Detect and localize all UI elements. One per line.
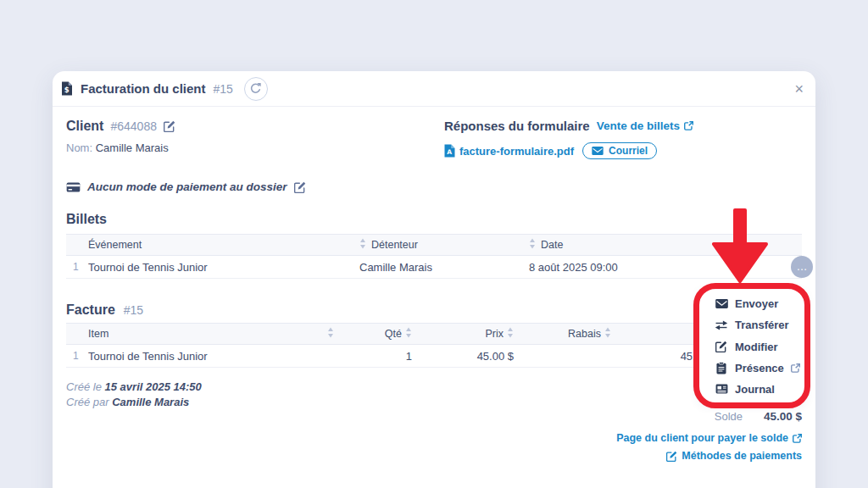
menu-item-transferer[interactable]: Transférer xyxy=(698,314,805,336)
envelope-icon xyxy=(715,299,728,308)
invoice-price: 45.00 $ xyxy=(412,350,514,363)
created-at-label: Créé le xyxy=(66,380,102,393)
payment-methods-link-label: Méthodes de paiements xyxy=(682,450,802,462)
menu-item-label: Journal xyxy=(735,383,775,396)
invoice-icon: $ xyxy=(61,81,73,96)
edit-payment-button[interactable] xyxy=(294,181,306,193)
payment-methods-link[interactable]: Méthodes de paiements xyxy=(616,450,802,462)
external-link-icon xyxy=(684,121,693,130)
edit-icon xyxy=(666,451,677,462)
external-link-icon xyxy=(793,434,802,443)
facture-heading: Facture xyxy=(66,302,115,318)
menu-item-modifier[interactable]: Modifier xyxy=(698,336,805,357)
column-label: Item xyxy=(88,328,108,340)
modal-title: Facturation du client xyxy=(81,81,206,96)
column-header-item[interactable]: Item xyxy=(88,327,344,341)
pdf-file-link[interactable]: A facture-formulaire.pdf xyxy=(444,144,574,158)
column-label: Prix xyxy=(485,328,504,340)
column-header-evenement[interactable]: Événement xyxy=(88,239,359,251)
column-header-date[interactable]: Date xyxy=(529,238,802,252)
bottom-row: Créé le 15 avril 2025 14:50 Créé par Cam… xyxy=(66,380,802,462)
row-number: 1 xyxy=(66,261,88,273)
clipboard-icon xyxy=(715,362,728,374)
billets-heading: Billets xyxy=(66,212,107,227)
pay-page-link[interactable]: Page du client pour payer le solde xyxy=(616,432,802,444)
edit-icon xyxy=(294,181,306,193)
billets-table-header: Événement Détenteur Date xyxy=(66,234,802,256)
menu-item-label: Présence xyxy=(735,362,784,374)
column-label: Détenteur xyxy=(371,239,418,251)
column-label: Qté xyxy=(385,328,402,340)
menu-item-envoyer[interactable]: Envoyer xyxy=(698,293,805,314)
menu-item-label: Transférer xyxy=(735,319,789,331)
menu-item-presence[interactable]: Présence xyxy=(698,358,805,379)
menu-item-label: Envoyer xyxy=(735,297,778,310)
ticket-holder: Camille Marais xyxy=(359,261,529,274)
facture-table-row: 1 Tournoi de Tennis Junior 1 45.00 $ 45.… xyxy=(66,345,802,368)
refresh-button[interactable] xyxy=(244,77,268,101)
edit-icon xyxy=(715,341,728,352)
close-button[interactable]: × xyxy=(794,81,804,97)
invoice-qty: 1 xyxy=(344,350,412,363)
actions-popup-menu: Envoyer Transférer Modifier Présence xyxy=(698,290,805,403)
facture-table: Item Qté Prix Rabais Tota xyxy=(66,323,802,368)
column-label: Date xyxy=(541,239,563,251)
edit-icon xyxy=(164,120,175,132)
transfer-icon xyxy=(715,320,728,330)
client-heading: Client xyxy=(66,119,103,134)
page-background: $ Facturation du client #15 × Client #64… xyxy=(0,0,868,488)
svg-text:A: A xyxy=(447,148,452,156)
form-link-label: Vente de billets xyxy=(597,119,680,132)
sort-icon xyxy=(529,238,536,252)
facture-number: #15 xyxy=(124,303,143,317)
column-header-prix[interactable]: Prix xyxy=(412,327,514,341)
client-number: #644088 xyxy=(110,119,157,133)
form-link[interactable]: Vente de billets xyxy=(597,119,693,132)
balance-label: Solde xyxy=(715,410,743,423)
billets-table: Événement Détenteur Date 1 Tournoi de Te… xyxy=(66,234,802,279)
email-badge-label: Courriel xyxy=(609,145,648,157)
sort-icon xyxy=(359,238,366,252)
ticket-date: 8 août 2025 09:00 xyxy=(529,261,802,274)
column-header-detenteur[interactable]: Détenteur xyxy=(359,238,529,252)
credit-card-icon xyxy=(66,182,81,192)
journal-icon xyxy=(715,384,728,394)
ticket-event: Tournoi de Tennis Junior xyxy=(88,261,359,274)
pdf-file-label: facture-formulaire.pdf xyxy=(459,145,574,158)
billets-table-row: 1 Tournoi de Tennis Junior Camille Marai… xyxy=(66,256,802,279)
row-actions-button[interactable]: … xyxy=(791,256,813,278)
invoice-item: Tournoi de Tennis Junior xyxy=(88,350,344,363)
svg-text:$: $ xyxy=(64,86,70,94)
top-row: Client #644088 Nom: Camille Marais xyxy=(66,119,802,159)
balance-value: 45.00 $ xyxy=(753,410,802,423)
edit-client-button[interactable] xyxy=(164,120,175,132)
row-number: 1 xyxy=(66,350,88,362)
client-name-label: Nom: xyxy=(66,141,92,154)
client-section: Client #644088 Nom: Camille Marais xyxy=(66,119,444,159)
created-info: Créé le 15 avril 2025 14:50 Créé par Cam… xyxy=(66,380,202,462)
sort-icon xyxy=(405,327,412,341)
modal-header: $ Facturation du client #15 × xyxy=(53,71,815,107)
column-label: Événement xyxy=(88,239,142,251)
external-link-icon xyxy=(791,363,800,373)
column-header-rabais[interactable]: Rabais xyxy=(514,327,611,341)
menu-item-label: Modifier xyxy=(735,341,778,353)
billing-modal: $ Facturation du client #15 × Client #64… xyxy=(53,71,815,488)
created-by-value: Camille Marais xyxy=(112,396,189,408)
payment-notice-text: Aucun mode de paiement au dossier xyxy=(87,180,287,193)
created-at-value: 15 avril 2025 14:50 xyxy=(105,380,202,393)
menu-item-journal[interactable]: Journal xyxy=(698,379,805,400)
modal-number: #15 xyxy=(214,82,233,96)
client-name-value: Camille Marais xyxy=(96,141,169,154)
column-label: Rabais xyxy=(568,328,601,340)
refresh-icon xyxy=(249,82,262,95)
email-badge-button[interactable]: Courriel xyxy=(582,142,657,159)
facture-table-header: Item Qté Prix Rabais Tota xyxy=(66,323,802,345)
sort-icon xyxy=(327,327,334,341)
sort-icon xyxy=(604,327,611,341)
envelope-icon xyxy=(592,147,604,155)
form-responses-heading: Réponses du formulaire xyxy=(444,119,590,133)
column-header-qte[interactable]: Qté xyxy=(344,327,412,341)
modal-body: Client #644088 Nom: Camille Marais xyxy=(53,107,815,462)
form-responses-section: Réponses du formulaire Vente de billets … xyxy=(444,119,802,159)
